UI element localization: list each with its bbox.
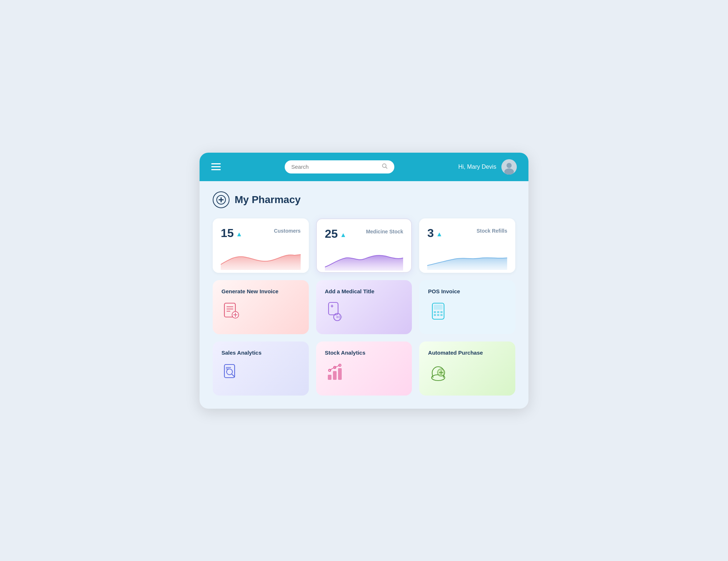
generate-invoice-card[interactable]: Generate New Invoice [213,280,309,334]
svg-rect-28 [440,314,443,316]
svg-rect-25 [440,311,443,313]
add-medical-title-title: Add a Medical Title [325,288,403,294]
stat-number-customers: 15 ▲ [221,226,242,240]
search-bar [285,160,394,173]
automated-purchase-title: Automated Purchase [428,350,507,356]
svg-rect-22 [434,305,443,310]
svg-rect-36 [338,368,342,380]
stock-analytics-icon [325,362,403,385]
greeting-text: Hi, Mary Devis [458,164,496,170]
stat-number-medicine: 25 ▲ [325,227,346,241]
stats-row: 15 ▲ Customers [213,218,515,273]
stat-card-medicine-stock[interactable]: 25 ▲ Medicine Stock [316,218,412,273]
wave-chart-refills [427,248,507,270]
header: Hi, Mary Devis [200,153,528,181]
pharmacy-logo-icon [213,191,230,208]
medical-title-icon [325,301,403,324]
svg-rect-27 [437,314,439,316]
svg-rect-34 [328,375,331,380]
pos-invoice-card[interactable]: POS Invoice [419,280,515,334]
stat-label-medicine: Medicine Stock [366,229,403,234]
pos-invoice-title: POS Invoice [428,288,507,294]
svg-point-19 [338,315,342,319]
menu-button[interactable] [211,163,221,170]
stock-analytics-title: Stock Analytics [325,350,403,356]
invoice-icon [221,301,300,324]
page-title: My Pharmacy [235,194,301,206]
wave-chart-customers [221,248,301,270]
up-arrow-refills: ▲ [436,230,443,238]
svg-point-20 [336,316,338,318]
page-title-row: My Pharmacy [213,191,515,208]
svg-line-31 [232,374,235,377]
svg-rect-15 [329,302,338,315]
svg-rect-26 [434,314,436,316]
svg-line-1 [386,167,387,168]
stat-label-customers: Customers [274,228,301,234]
search-icon [382,163,388,171]
pos-icon [428,301,507,324]
wave-chart-medicine [325,249,403,271]
app-container: Hi, Mary Devis My Pharmacy [200,153,528,409]
actions-row: Generate New Invoice Add a Medical Titl [213,280,515,334]
stock-analytics-card[interactable]: Stock Analytics [316,341,412,396]
avatar[interactable] [501,159,517,175]
add-medical-title-card[interactable]: Add a Medical Title [316,280,412,334]
stat-header-refills: 3 ▲ Stock Refills [427,226,507,240]
svg-point-3 [507,163,512,168]
sales-analytics-card[interactable]: Sales Analytics [213,341,309,396]
stat-number-refills: 3 ▲ [427,226,443,240]
svg-rect-23 [434,311,436,313]
stat-header-medicine: 25 ▲ Medicine Stock [325,227,403,241]
search-input[interactable] [291,164,378,170]
stat-header-customers: 15 ▲ Customers [221,226,301,240]
svg-rect-7 [219,199,224,200]
up-arrow-medicine: ▲ [340,231,346,239]
sales-analytics-icon [221,362,300,385]
up-arrow-customers: ▲ [236,230,243,238]
stat-card-stock-refills[interactable]: 3 ▲ Stock Refills [419,218,515,273]
svg-rect-35 [333,371,337,380]
generate-invoice-title: Generate New Invoice [221,288,300,294]
stat-label-refills: Stock Refills [477,228,507,234]
automated-purchase-card[interactable]: Automated Purchase [419,341,515,396]
stat-card-customers[interactable]: 15 ▲ Customers [213,218,309,273]
automated-purchase-icon [428,362,507,385]
svg-rect-24 [437,311,439,313]
sales-analytics-title: Sales Analytics [221,350,300,356]
bottom-row: Sales Analytics Stock Analytics [213,341,515,396]
user-info: Hi, Mary Devis [458,159,517,175]
main-content: My Pharmacy 15 ▲ Customers [200,181,528,409]
